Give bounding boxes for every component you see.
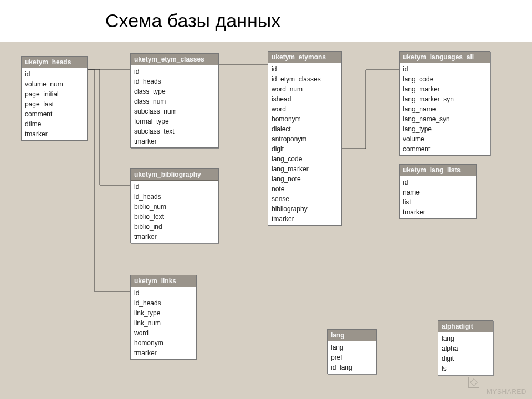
table-row: lang_type xyxy=(400,124,490,134)
table-row: link_num xyxy=(131,318,196,328)
table-row: tmarker xyxy=(131,348,196,358)
table-row: lang xyxy=(438,334,493,344)
table-header: lang xyxy=(328,330,376,341)
page-title: Схема базы данных xyxy=(105,10,280,32)
table-row: id_heads xyxy=(131,298,196,308)
table-row: id xyxy=(22,69,87,79)
schema-canvas: uketym_heads id volume_num page_initial … xyxy=(0,42,532,399)
table-row: id_etym_classes xyxy=(268,74,341,84)
table-row: pref xyxy=(328,352,376,362)
table-uketym-languages-all[interactable]: uketym_languages_all id lang_code lang_m… xyxy=(399,51,490,156)
table-row: word_num xyxy=(268,84,341,94)
table-row: id xyxy=(400,177,476,187)
table-header: uketym_links xyxy=(131,275,196,287)
table-row: dtime xyxy=(22,119,87,129)
table-lang[interactable]: lang lang pref id_lang xyxy=(327,329,377,374)
table-row: lang_name xyxy=(400,104,490,114)
watermark-text: MYSHARED xyxy=(487,388,526,396)
table-row: lang_marker xyxy=(268,164,341,174)
table-row: subclass_text xyxy=(131,126,218,136)
table-uketym-etym-classes[interactable]: uketym_etym_classes id id_heads class_ty… xyxy=(130,53,219,148)
table-row: lang_code xyxy=(400,74,490,84)
table-row: comment xyxy=(22,109,87,119)
table-row: biblio_num xyxy=(131,202,218,212)
table-row: class_type xyxy=(131,86,218,96)
table-row: dialect xyxy=(268,124,341,134)
table-row: homonym xyxy=(131,338,196,348)
table-row: tmarker xyxy=(131,232,218,242)
table-body: id id_etym_classes word_num ishead word … xyxy=(268,63,341,225)
table-row: page_last xyxy=(22,99,87,109)
table-row: id xyxy=(131,182,218,192)
table-header: uketym_lang_lists xyxy=(400,165,476,176)
table-row: biblio_ind xyxy=(131,222,218,232)
table-uketym-lang-lists[interactable]: uketym_lang_lists id name list tmarker xyxy=(399,164,477,219)
table-row: formal_type xyxy=(131,116,218,126)
table-row: id xyxy=(131,288,196,298)
table-header: alphadigit xyxy=(438,321,493,332)
table-row: id xyxy=(268,64,341,74)
table-row: comment xyxy=(400,144,490,154)
table-uketym-links[interactable]: uketym_links id id_heads link_type link_… xyxy=(130,275,197,360)
table-row: lang_note xyxy=(268,174,341,184)
table-row: biblio_text xyxy=(131,212,218,222)
table-alphadigit[interactable]: alphadigit lang alpha digit ls xyxy=(438,320,493,375)
table-uketym-heads[interactable]: uketym_heads id volume_num page_initial … xyxy=(21,56,88,141)
table-row: list xyxy=(400,197,476,207)
table-row: page_initial xyxy=(22,89,87,99)
table-body: id volume_num page_initial page_last com… xyxy=(22,68,87,140)
table-row: id xyxy=(400,64,490,74)
table-row: name xyxy=(400,187,476,197)
table-row: word xyxy=(268,104,341,114)
table-row: tmarker xyxy=(22,129,87,139)
table-row: id xyxy=(131,66,218,76)
table-row: tmarker xyxy=(400,207,476,217)
table-row: ls xyxy=(438,364,493,374)
table-row: note xyxy=(268,184,341,194)
watermark-icon xyxy=(468,377,479,388)
table-row: lang_marker xyxy=(400,84,490,94)
table-row: subclass_num xyxy=(131,106,218,116)
table-row: volume xyxy=(400,134,490,144)
table-row: antroponym xyxy=(268,134,341,144)
table-row: lang_marker_syn xyxy=(400,94,490,104)
table-row: word xyxy=(131,328,196,338)
table-header: uketym_bibliography xyxy=(131,169,218,181)
table-row: homonym xyxy=(268,114,341,124)
table-uketym-etymons[interactable]: uketym_etymons id id_etym_classes word_n… xyxy=(268,51,342,226)
table-body: lang alpha digit ls xyxy=(438,332,493,375)
table-body: id id_heads biblio_num biblio_text bibli… xyxy=(131,181,218,243)
table-row: lang_code xyxy=(268,154,341,164)
table-row: lang xyxy=(328,342,376,352)
table-row: alpha xyxy=(438,344,493,354)
table-row: id_heads xyxy=(131,76,218,86)
table-row: lang_name_syn xyxy=(400,114,490,124)
table-body: id id_heads class_type class_num subclas… xyxy=(131,65,218,147)
table-row: tmarker xyxy=(268,214,341,224)
table-row: tmarker xyxy=(131,136,218,146)
table-row: link_type xyxy=(131,308,196,318)
table-row: id_heads xyxy=(131,192,218,202)
table-header: uketym_languages_all xyxy=(400,52,490,63)
table-body: id id_heads link_type link_num word homo… xyxy=(131,287,196,359)
table-row: ishead xyxy=(268,94,341,104)
table-header: uketym_heads xyxy=(22,57,87,68)
table-header: uketym_etym_classes xyxy=(131,54,218,65)
table-row: digit xyxy=(268,144,341,154)
table-row: volume_num xyxy=(22,79,87,89)
table-row: sense xyxy=(268,194,341,204)
table-row: bibliography xyxy=(268,204,341,214)
table-header: uketym_etymons xyxy=(268,52,341,63)
table-body: lang pref id_lang xyxy=(328,341,376,374)
table-row: class_num xyxy=(131,96,218,106)
table-body: id lang_code lang_marker lang_marker_syn… xyxy=(400,63,490,155)
table-row: id_lang xyxy=(328,362,376,372)
table-row: digit xyxy=(438,354,493,364)
table-uketym-bibliography[interactable]: uketym_bibliography id id_heads biblio_n… xyxy=(130,168,219,243)
table-body: id name list tmarker xyxy=(400,176,476,218)
